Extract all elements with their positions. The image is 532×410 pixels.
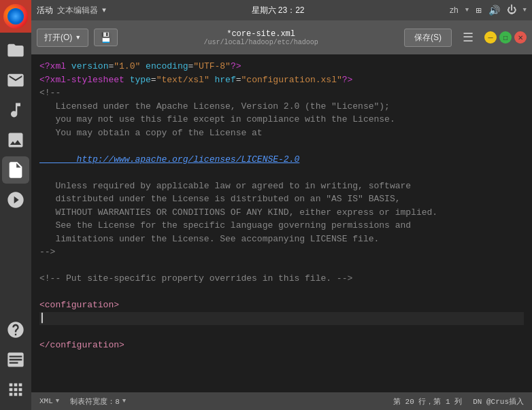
menu-button[interactable]: ☰ xyxy=(457,27,479,48)
apps-icon[interactable] xyxy=(2,376,29,403)
lang-label[interactable]: zh xyxy=(450,5,459,15)
text-editor-icon[interactable] xyxy=(2,156,29,184)
cursor-position: 第 20 行，第 1 列 xyxy=(393,396,462,407)
power-icon[interactable]: ⏻ xyxy=(507,5,516,16)
activity-label: 活动 xyxy=(37,5,53,16)
filepath-display: /usr/local/hadoop/etc/hadoop xyxy=(195,39,327,46)
sidebar-top xyxy=(0,0,31,33)
maximize-button[interactable]: □ xyxy=(499,31,512,44)
format-label: XML xyxy=(39,397,53,405)
format-chevron: ▼ xyxy=(56,398,59,405)
save-file-icon-button[interactable]: 💾 xyxy=(94,29,118,46)
music-icon[interactable] xyxy=(2,97,29,124)
toolbar: 打开(O) ▼ 💾 *core-site.xml /usr/local/hado… xyxy=(31,20,532,54)
statusbar: XML ▼ 制表符宽度：8 ▼ 第 20 行，第 1 列 DN @Crus插入 xyxy=(31,392,532,410)
help-icon[interactable] xyxy=(2,316,29,343)
format-selector[interactable]: XML ▼ xyxy=(39,397,59,405)
mail-icon[interactable] xyxy=(2,67,29,94)
editor-label[interactable]: 文本编辑器 xyxy=(57,5,98,16)
terminal-icon[interactable] xyxy=(2,346,29,373)
topbar-right: zh ▼ ⊞ 🔊 ⏻ ▼ xyxy=(450,5,527,16)
tab-chevron: ▼ xyxy=(122,398,126,405)
time-display: 星期六 23：22 xyxy=(252,5,305,15)
topbar-left: 活动 文本编辑器 ▼ xyxy=(37,5,106,16)
power-chevron[interactable]: ▼ xyxy=(523,7,527,14)
editor-content: <?xml version="1.0" encoding="UTF-8"?> <… xyxy=(39,60,524,352)
open-button[interactable]: 打开(O) ▼ xyxy=(37,29,88,47)
software-icon[interactable] xyxy=(2,186,29,213)
volume-icon[interactable]: 🔊 xyxy=(488,5,500,16)
firefox-icon[interactable] xyxy=(3,4,28,29)
save-button[interactable]: 保存(S) xyxy=(404,29,452,47)
topbar: 活动 文本编辑器 ▼ 星期六 23：22 zh ▼ ⊞ 🔊 ⏻ ▼ xyxy=(31,0,532,20)
close-button[interactable]: ✕ xyxy=(514,31,527,44)
network-icon[interactable]: ⊞ xyxy=(476,5,481,16)
sidebar xyxy=(0,0,31,410)
filename-display: *core-site.xml xyxy=(195,29,327,39)
tab-label: 制表符宽度：8 xyxy=(70,396,120,407)
toolbar-center: *core-site.xml /usr/local/hadoop/etc/had… xyxy=(195,29,327,46)
open-label: 打开(O) xyxy=(44,32,72,44)
open-chevron: ▼ xyxy=(75,34,81,41)
topbar-chevron[interactable]: ▼ xyxy=(102,7,106,14)
tab-width-selector[interactable]: 制表符宽度：8 ▼ xyxy=(70,396,126,407)
editor-area[interactable]: <?xml version="1.0" encoding="UTF-8"?> <… xyxy=(31,54,532,392)
main-area: 活动 文本编辑器 ▼ 星期六 23：22 zh ▼ ⊞ 🔊 ⏻ ▼ 打开(O) … xyxy=(31,0,532,410)
encoding-info: DN @Crus插入 xyxy=(473,396,524,407)
topbar-time: 星期六 23：22 xyxy=(252,5,305,16)
lang-chevron[interactable]: ▼ xyxy=(465,7,469,14)
window-controls: ─ □ ✕ xyxy=(484,31,527,44)
files-icon[interactable] xyxy=(2,37,29,64)
photo-icon[interactable] xyxy=(2,126,29,154)
minimize-button[interactable]: ─ xyxy=(484,31,497,44)
